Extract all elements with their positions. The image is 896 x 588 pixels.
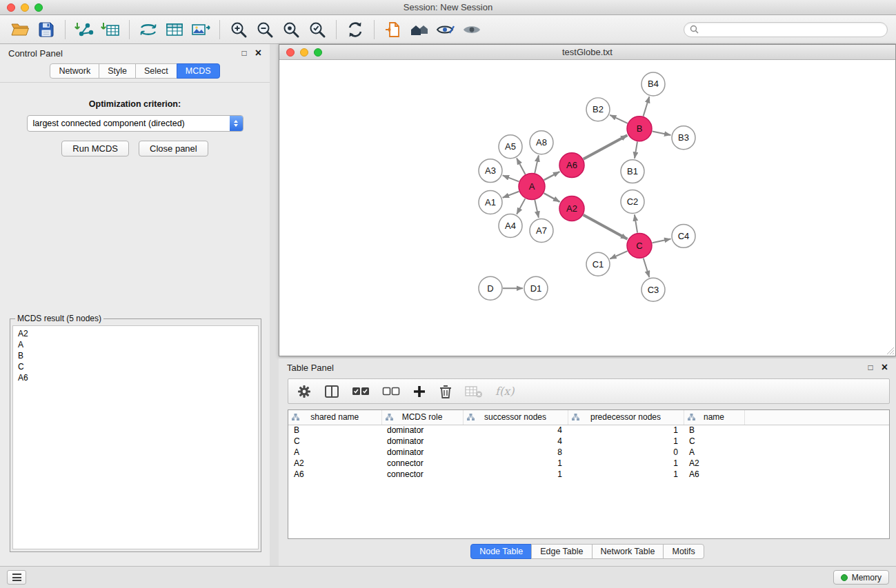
graph-edge-A-A7[interactable] [535, 200, 539, 218]
graph-edge-A-A6[interactable] [544, 172, 560, 180]
zoom-fit-button[interactable] [278, 18, 304, 41]
graph-node-B3[interactable]: B3 [672, 126, 695, 150]
delete-column-button[interactable] [439, 384, 452, 399]
table-row[interactable]: Adominator80A [288, 447, 889, 458]
graph-node-B2[interactable]: B2 [586, 98, 610, 121]
graph-edge-A-A3[interactable] [503, 175, 519, 181]
table-cell[interactable]: A6 [288, 469, 381, 480]
table-settings-button[interactable] [297, 384, 312, 399]
zoom-selected-button[interactable] [304, 18, 330, 41]
graph-node-A2[interactable]: A2 [559, 196, 584, 221]
graph-edge-B-B4[interactable] [644, 97, 650, 116]
home-button[interactable] [406, 18, 432, 41]
graph-node-C2[interactable]: C2 [621, 190, 644, 214]
mcds-result-list[interactable]: A2ABCA6 [12, 325, 259, 549]
open-session-button[interactable] [7, 18, 33, 41]
mcds-result-item[interactable]: B [13, 350, 258, 361]
table-cell[interactable]: A2 [684, 458, 744, 469]
network-graph[interactable]: B4B2BB3A5A8A6B1A3AC2A1A2A4A7C4CC1C3DD1 [279, 61, 895, 356]
tab-mcds[interactable]: MCDS [177, 63, 220, 79]
table-row[interactable]: A6connector11A6 [288, 469, 889, 480]
function-builder-button[interactable]: f(x) [495, 385, 514, 398]
search-field[interactable] [684, 22, 888, 37]
graph-edge-B-B3[interactable] [653, 132, 671, 135]
resize-grip-icon[interactable] [886, 347, 895, 355]
graph-edge-A-A2[interactable] [544, 193, 560, 202]
tab-style[interactable]: Style [99, 63, 136, 79]
memory-button[interactable]: Memory [833, 570, 889, 585]
column-header-shared-name[interactable]: shared name [288, 410, 381, 425]
table-row[interactable]: Cdominator41C [288, 436, 889, 447]
graph-edge-C-C1[interactable] [610, 251, 627, 258]
import-network-button[interactable] [71, 18, 97, 41]
show-details-button[interactable] [432, 18, 459, 41]
table-cell[interactable]: connector [381, 458, 463, 469]
network-canvas[interactable]: B4B2BB3A5A8A6B1A3AC2A1A2A4A7C4CC1C3DD1 [279, 61, 895, 356]
zoom-network-window-button[interactable] [314, 48, 322, 57]
mcds-result-item[interactable]: C [13, 361, 258, 372]
graph-node-A3[interactable]: A3 [479, 159, 502, 183]
graph-edge-A-A8[interactable] [535, 155, 539, 173]
graph-node-A6[interactable]: A6 [559, 153, 584, 178]
table-cell[interactable]: 1 [568, 469, 684, 480]
deselect-all-button[interactable] [382, 385, 400, 398]
table-cell[interactable]: C [684, 436, 744, 447]
table-row[interactable]: A2connector11A2 [288, 458, 889, 469]
column-header-predecessor-nodes[interactable]: predecessor nodes [568, 410, 684, 425]
table-cell[interactable]: connector [381, 469, 463, 480]
graph-node-A1[interactable]: A1 [479, 191, 502, 214]
tab-motifs[interactable]: Motifs [663, 544, 704, 559]
tab-node-table[interactable]: Node Table [470, 544, 532, 559]
mcds-result-item[interactable]: A6 [13, 372, 258, 383]
table-row[interactable]: Bdominator41B [288, 425, 889, 436]
minimize-network-window-button[interactable] [300, 48, 308, 57]
graph-edge-B-B2[interactable] [610, 115, 628, 123]
table-cell[interactable]: 1 [463, 469, 568, 480]
import-table-button[interactable] [97, 18, 123, 41]
graph-edge-A-A1[interactable] [503, 192, 519, 198]
float-table-panel-icon[interactable]: □ [868, 363, 873, 372]
mcds-result-item[interactable]: A [13, 339, 258, 350]
graph-edge-A6-B[interactable] [584, 135, 628, 159]
graph-node-A4[interactable]: A4 [499, 214, 522, 237]
optimization-criterion-select[interactable]: largest connected component (directed) [27, 115, 243, 132]
column-header-successor-nodes[interactable]: successor nodes [463, 410, 568, 425]
table-cell[interactable]: 1 [568, 425, 684, 436]
table-cell[interactable]: B [684, 425, 744, 436]
new-network-button[interactable] [135, 18, 161, 41]
run-mcds-button[interactable]: Run MCDS [61, 141, 129, 156]
graph-node-B1[interactable]: B1 [621, 160, 644, 183]
graph-edge-C-C2[interactable] [635, 214, 637, 232]
column-header-mcds-role[interactable]: MCDS role [381, 410, 463, 425]
delete-table-button[interactable] [465, 385, 483, 398]
export-document-button[interactable] [380, 18, 406, 41]
table-cell[interactable]: 1 [568, 458, 684, 469]
graph-edge-C-C4[interactable] [653, 239, 671, 243]
graph-edge-A-A5[interactable] [517, 158, 526, 174]
table-cell[interactable]: dominator [381, 447, 463, 458]
export-image-button[interactable] [188, 18, 214, 41]
table-cell[interactable]: dominator [381, 436, 463, 447]
close-network-window-button[interactable] [286, 48, 295, 57]
graph-node-C4[interactable]: C4 [672, 224, 695, 247]
graph-node-D[interactable]: D [479, 276, 502, 300]
graph-edge-C-C3[interactable] [644, 258, 650, 277]
zoom-window-button[interactable] [34, 3, 43, 12]
tab-edge-table[interactable]: Edge Table [531, 544, 592, 559]
tab-select[interactable]: Select [135, 63, 177, 79]
show-columns-button[interactable] [324, 385, 339, 398]
float-panel-icon[interactable]: □ [241, 49, 246, 57]
close-window-button[interactable] [7, 3, 15, 12]
graph-node-A7[interactable]: A7 [530, 219, 553, 242]
table-cell[interactable]: A2 [288, 458, 381, 469]
table-cell[interactable]: 0 [568, 447, 684, 458]
new-table-button[interactable] [161, 18, 188, 41]
table-cell[interactable]: 8 [463, 447, 568, 458]
close-panel-button[interactable]: Close panel [139, 141, 208, 156]
graph-node-B4[interactable]: B4 [641, 72, 665, 96]
search-input[interactable] [702, 25, 882, 34]
refresh-button[interactable] [342, 18, 368, 41]
table-cell[interactable]: A6 [684, 469, 744, 480]
table-cell[interactable]: A [684, 447, 744, 458]
graph-node-C1[interactable]: C1 [586, 252, 610, 276]
